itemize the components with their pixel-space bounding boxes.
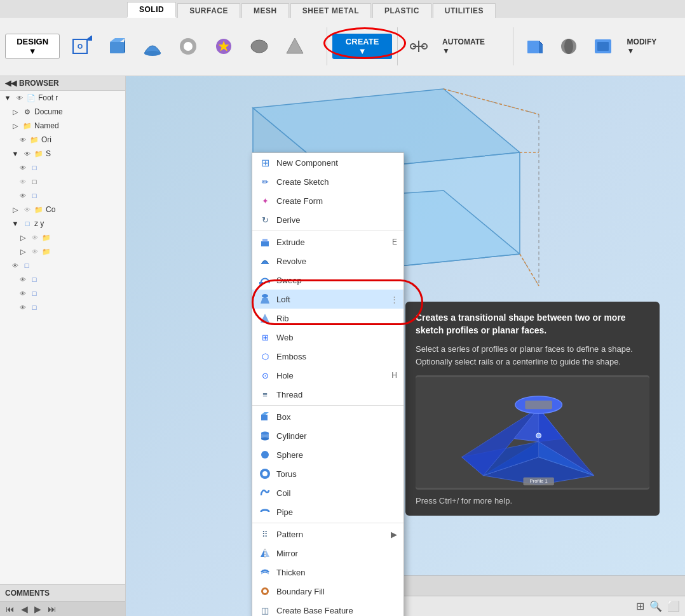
tab-plastic[interactable]: PLASTIC (372, 3, 431, 18)
tab-mesh[interactable]: MESH (241, 3, 289, 18)
menu-new-component[interactable]: ⊞ New Component (252, 153, 404, 172)
modify-group: MODIFY ▼ (519, 27, 670, 65)
eye-zy2[interactable]: 👁 (30, 246, 40, 257)
menu-cylinder[interactable]: Cylinder (252, 426, 404, 445)
tab-surface[interactable]: SURFACE (177, 3, 240, 18)
form-toolbar-btn[interactable] (207, 27, 240, 65)
browser-item-s1[interactable]: 👁 □ (0, 161, 125, 175)
menu-pattern[interactable]: ⠿ Pattern ▶ (252, 525, 404, 544)
browser-item-extra1[interactable]: 👁 □ (0, 258, 125, 272)
box-toolbar-btn[interactable] (100, 27, 133, 65)
dropdown-menu: ⊞ New Component ✏ Create Sketch ✦ Create… (252, 152, 404, 616)
menu-web[interactable]: ⊞ Web (252, 328, 404, 347)
tab-solid[interactable]: SOLID (127, 2, 176, 18)
menu-emboss[interactable]: ⬡ Emboss (252, 347, 404, 366)
status-grid-icon[interactable]: ⊞ (636, 600, 644, 612)
menu-mirror[interactable]: Mirror (252, 544, 404, 563)
menu-loft[interactable]: Loft ⋮ (252, 290, 404, 309)
browser-item-extra4[interactable]: 👁 □ (0, 300, 125, 314)
torus-icon (259, 467, 271, 480)
menu-pipe[interactable]: Pipe (252, 502, 404, 521)
browser-item-docume[interactable]: ▷ ⚙ Docume (0, 105, 125, 119)
eye-s3[interactable]: 👁 (18, 191, 28, 201)
hole-toolbar-btn[interactable] (172, 27, 205, 65)
eye-zy1[interactable]: 👁 (30, 232, 40, 243)
menu-hole[interactable]: ⊙ Hole H (252, 366, 404, 385)
visibility-icon[interactable]: 👁 (15, 93, 25, 103)
triangle-toolbar-btn[interactable] (278, 27, 311, 65)
sketch-toolbar-btn[interactable] (65, 27, 98, 65)
menu-box[interactable]: Box (252, 407, 404, 426)
menu-create-sketch[interactable]: ✏ Create Sketch (252, 172, 404, 191)
menu-torus-label: Torus (276, 469, 297, 479)
browser-item-co[interactable]: ▷ 👁 📁 Co (0, 203, 125, 217)
menu-boundary-fill[interactable]: Boundary Fill (252, 582, 404, 601)
design-button[interactable]: DESIGN ▼ (5, 34, 60, 59)
sketch-item3-icon: □ (29, 191, 39, 201)
eye-extra3[interactable]: 👁 (18, 288, 28, 298)
nav-next[interactable]: ▶ (32, 604, 43, 614)
eye-co[interactable]: 👁 (22, 204, 32, 215)
menu-extrude[interactable]: Extrude E (252, 232, 404, 251)
menu-sweep[interactable]: Sweep (252, 271, 404, 290)
menu-create-base[interactable]: ◫ Create Base Feature (252, 601, 404, 616)
eye-s[interactable]: 👁 (22, 149, 32, 159)
nav-next-next[interactable]: ⏭ (46, 604, 58, 614)
menu-web-label: Web (276, 333, 294, 342)
boolean-toolbar-btn[interactable] (243, 27, 276, 65)
automate-icon-btn[interactable] (403, 27, 435, 65)
browser-item-extra3[interactable]: 👁 □ (0, 286, 125, 300)
modify-icon3 (592, 36, 614, 57)
automate-label-btn[interactable]: AUTOMATE ▼ (437, 35, 498, 58)
modify-label-btn[interactable]: MODIFY ▼ (622, 35, 670, 58)
tab-utilities[interactable]: UTILITIES (433, 3, 496, 18)
comments-bar[interactable]: COMMENTS (0, 584, 125, 601)
modify-icon2-btn[interactable] (553, 27, 585, 65)
folder6-icon: 📁 (41, 246, 51, 257)
menu-derive[interactable]: ↻ Derive (252, 210, 404, 229)
nav-prev-prev[interactable]: ⏮ (4, 604, 17, 614)
menu-torus[interactable]: Torus (252, 464, 404, 483)
eye-extra4[interactable]: 👁 (18, 302, 28, 312)
extrude-icon (259, 236, 271, 248)
browser-item-zy2[interactable]: ▷ 👁 📁 (0, 244, 125, 258)
viewport[interactable]: ⊞ New Component ✏ Create Sketch ✦ Create… (126, 76, 685, 616)
tab-sheet-metal[interactable]: SHEET METAL (290, 3, 371, 18)
eye-extra2[interactable]: 👁 (18, 274, 28, 285)
status-cursor-icon[interactable]: ⬜ (667, 600, 680, 612)
eye-origin[interactable]: 👁 (18, 135, 28, 145)
modify-icon3-btn[interactable] (587, 27, 619, 65)
sweep-toolbar-btn[interactable] (136, 27, 169, 65)
browser-root[interactable]: ▼ 👁 📄 Foot r (0, 91, 125, 105)
triangle-icon (284, 36, 306, 57)
menu-thread[interactable]: ≡ Thread (252, 385, 404, 404)
browser-item-named[interactable]: ▷ 📁 Named (0, 119, 125, 133)
eye-s1[interactable]: 👁 (18, 163, 28, 173)
menu-rib[interactable]: Rib (252, 309, 404, 328)
browser-item-zy1[interactable]: ▷ 👁 📁 (0, 231, 125, 244)
loft-more-icon[interactable]: ⋮ (390, 295, 398, 304)
status-zoom-icon[interactable]: 🔍 (649, 600, 662, 612)
menu-thicken[interactable]: Thicken (252, 563, 404, 582)
svg-point-9 (184, 42, 193, 51)
menu-revolve[interactable]: Revolve (252, 251, 404, 271)
menu-sphere[interactable]: Sphere (252, 445, 404, 464)
browser-item-origin[interactable]: 👁 📁 Ori (0, 133, 125, 147)
browser-item-zy[interactable]: ▼ □ z y (0, 217, 125, 231)
eye-extra1[interactable]: 👁 (10, 260, 20, 271)
menu-coil[interactable]: Coil (252, 483, 404, 502)
create-button[interactable]: CREATE ▼ (332, 34, 392, 59)
menu-create-form[interactable]: ✦ Create Form (252, 191, 404, 210)
pattern-arrow: ▶ (391, 530, 397, 539)
eye-s2[interactable]: 👁 (18, 177, 28, 187)
browser-item-extra2[interactable]: 👁 □ (0, 272, 125, 286)
browser-item-s[interactable]: ▼ 👁 📁 S (0, 147, 125, 161)
s-label: S (46, 149, 51, 158)
modify-icon1-btn[interactable] (519, 27, 550, 65)
thread-icon: ≡ (259, 388, 271, 401)
svg-text:Profile 1: Profile 1 (529, 479, 547, 485)
browser-chevron-left[interactable]: ◀◀ (5, 79, 17, 88)
nav-prev[interactable]: ◀ (19, 604, 30, 614)
browser-item-s3[interactable]: 👁 □ (0, 189, 125, 203)
browser-item-s2[interactable]: 👁 □ (0, 175, 125, 189)
